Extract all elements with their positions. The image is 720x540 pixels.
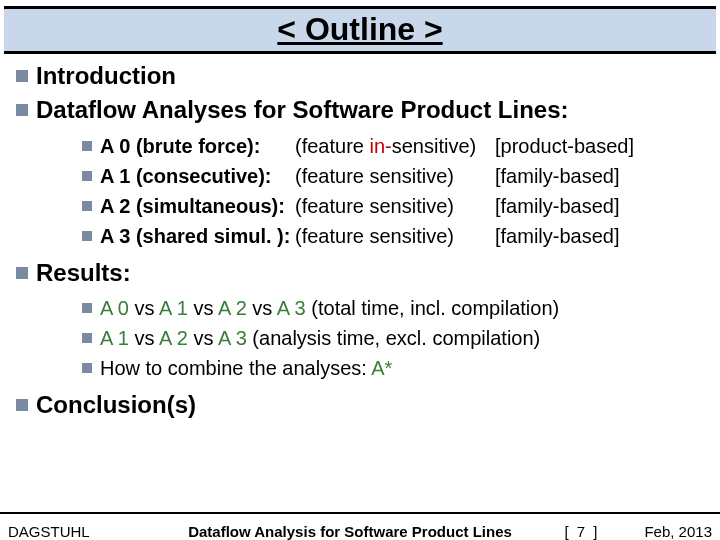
text: vs xyxy=(134,327,158,349)
alg-row-a0: A 0 (brute force): (feature in-sensitive… xyxy=(82,131,708,161)
slide: < Outline > Introduction Dataflow Analys… xyxy=(0,6,720,540)
algorithms-list: A 0 (brute force): (feature in-sensitive… xyxy=(36,131,708,251)
alg-feature: (feature sensitive) xyxy=(295,191,495,221)
alg-row-a3: A 3 (shared simul. ): (feature sensitive… xyxy=(82,221,708,251)
results-item-3: How to combine the analyses: A* xyxy=(82,353,708,383)
alg-row-a1: A 1 (consecutive): (feature sensitive) [… xyxy=(82,161,708,191)
text: (feature xyxy=(295,135,369,157)
alg-name: A 2 (simultaneous): xyxy=(100,191,295,221)
text-insensitive: in- xyxy=(369,135,391,157)
text: vs xyxy=(193,327,217,349)
results-item-2: A 1 vs A 2 vs A 3 (analysis time, excl. … xyxy=(82,323,708,353)
alg-feature: (feature sensitive) xyxy=(295,221,495,251)
alg-name: A 3 (shared simul. ): xyxy=(100,221,295,251)
text: A 0 xyxy=(100,297,134,319)
bullet-dataflow-label: Dataflow Analyses for Software Product L… xyxy=(36,96,569,123)
alg-name: A 1 (consecutive): xyxy=(100,161,295,191)
bullet-conclusion: Conclusion(s) xyxy=(12,389,708,421)
alg-basis: [family-based] xyxy=(495,161,665,191)
results-item-1: A 0 vs A 1 vs A 2 vs A 3 (total time, in… xyxy=(82,293,708,323)
text: (analysis time, excl. compilation) xyxy=(252,327,540,349)
text: A 2 xyxy=(159,327,193,349)
alg-row-a2: A 2 (simultaneous): (feature sensitive) … xyxy=(82,191,708,221)
bullet-results-label: Results: xyxy=(36,259,131,286)
slide-title: < Outline > xyxy=(4,6,716,54)
footer-center: Dataflow Analysis for Software Product L… xyxy=(148,523,552,540)
footer: DAGSTUHL Dataflow Analysis for Software … xyxy=(0,516,720,540)
alg-basis: [family-based] xyxy=(495,221,665,251)
text: A 2 xyxy=(218,297,252,319)
text: (total time, incl. compilation) xyxy=(311,297,559,319)
footer-page: [ 7 ] xyxy=(552,523,612,540)
slide-content: Introduction Dataflow Analyses for Softw… xyxy=(0,54,720,422)
text: vs xyxy=(193,297,217,319)
bullet-results: Results: A 0 vs A 1 vs A 2 vs A 3 (total… xyxy=(12,257,708,383)
bullet-dataflow: Dataflow Analyses for Software Product L… xyxy=(12,94,708,250)
text-astar: A* xyxy=(371,357,392,379)
alg-feature: (feature sensitive) xyxy=(295,161,495,191)
alg-feature: (feature in-sensitive) xyxy=(295,131,495,161)
text: How to combine the analyses: xyxy=(100,357,371,379)
text: A 1 xyxy=(100,327,134,349)
footer-right: Feb, 2013 xyxy=(612,523,712,540)
footer-left: DAGSTUHL xyxy=(8,523,148,540)
bullet-introduction: Introduction xyxy=(12,60,708,92)
text: A 3 xyxy=(218,327,252,349)
text: vs xyxy=(252,297,276,319)
text: A 1 xyxy=(159,297,193,319)
alg-basis: [product-based] xyxy=(495,131,665,161)
text: A 3 xyxy=(277,297,311,319)
footer-divider xyxy=(0,512,720,514)
text: sensitive) xyxy=(392,135,476,157)
results-list: A 0 vs A 1 vs A 2 vs A 3 (total time, in… xyxy=(36,293,708,383)
alg-name: A 0 (brute force): xyxy=(100,131,295,161)
alg-basis: [family-based] xyxy=(495,191,665,221)
outline-list: Introduction Dataflow Analyses for Softw… xyxy=(12,60,708,422)
text: vs xyxy=(134,297,158,319)
